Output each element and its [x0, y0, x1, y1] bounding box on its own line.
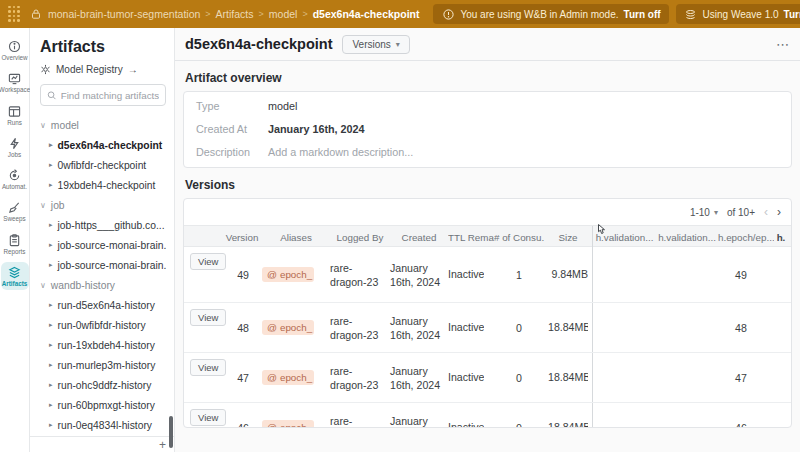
rail-item-workspace[interactable]: Workspace: [1, 68, 29, 96]
tree-item-label: job-source-monai-brain...: [58, 260, 166, 271]
wandb-logo[interactable]: [8, 6, 20, 23]
alias-badge[interactable]: @epoch_: [262, 420, 314, 428]
tree-item-label: 0wfibfdr-checkpoint: [58, 160, 147, 171]
rail-item-runs[interactable]: Runs: [1, 101, 29, 129]
chevron-right-icon: ▸: [49, 301, 53, 309]
chevron-right-icon: ▸: [49, 361, 53, 369]
table-row: View 47 @epoch_ rare-dragon-23 January 1…: [184, 353, 791, 403]
tree-item-artifact[interactable]: ▸19xbdeh4-checkpoint: [40, 175, 166, 195]
column-header-logged-by[interactable]: Logged By: [330, 232, 390, 243]
panel-title: Artifacts: [40, 38, 166, 56]
weave-message: Using Weave 1.0: [703, 9, 779, 20]
admin-mode-message: You are using W&B in Admin mode.: [460, 9, 618, 20]
view-button[interactable]: View: [190, 359, 226, 376]
weave-layers-icon: [684, 7, 698, 21]
rail-item-automations[interactable]: Automat.: [1, 165, 29, 193]
tree-item-label: job-source-monai-brain...: [58, 240, 166, 251]
tree-item-artifact[interactable]: ▸job-https___github.co...: [40, 215, 166, 235]
overflow-menu-button[interactable]: ⋯: [776, 37, 790, 52]
cell-consumers: 0: [494, 372, 544, 384]
cell-logged-by: rare-dragon-23: [330, 414, 390, 429]
column-header-consumers[interactable]: # of Consu...: [494, 232, 544, 243]
artifact-browser-panel: Artifacts Model Registry → ∨ model ▸d5ex…: [30, 28, 175, 452]
breadcrumb-artifact-name[interactable]: d5ex6n4a-checkpoint: [313, 8, 420, 20]
rail-item-overview[interactable]: Overview: [1, 36, 29, 64]
view-button[interactable]: View: [190, 253, 226, 270]
rail-item-jobs[interactable]: Jobs: [1, 133, 29, 161]
tree-item-artifact[interactable]: ▸d5ex6n4a-checkpoint: [40, 135, 166, 155]
admin-turn-off-button[interactable]: Turn off: [624, 9, 661, 20]
cell-validation-1: [592, 353, 656, 402]
rail-item-reports[interactable]: Reports: [1, 230, 29, 258]
chevron-down-icon: ∨: [40, 121, 46, 130]
tree-item-artifact[interactable]: ▸run-ohc9ddfz-history: [40, 375, 166, 395]
description-placeholder[interactable]: Add a markdown description...: [268, 145, 413, 160]
model-registry-link[interactable]: Model Registry →: [40, 64, 166, 75]
column-header-aliases[interactable]: Aliases: [262, 232, 330, 243]
tree-item-label: run-murlep3m-history: [58, 360, 156, 371]
tree-item-label: 19xbdeh4-checkpoint: [58, 180, 156, 191]
column-header-validation-2[interactable]: h.validation...: [656, 232, 718, 243]
tree-group-job[interactable]: ∨ job: [40, 195, 166, 215]
tree-item-label: d5ex6n4a-checkpoint: [58, 140, 163, 151]
page-title: d5ex6n4a-checkpoint: [185, 36, 332, 52]
weave-banner: Using Weave 1.0 Turn off: [676, 4, 800, 24]
cell-ttl: Inactive: [448, 321, 494, 335]
tree-item-artifact[interactable]: ▸job-source-monai-brain...: [40, 235, 166, 255]
tree-scrollbar-thumb[interactable]: [169, 416, 173, 448]
artifacts-layers-icon: [8, 266, 21, 279]
breadcrumb-type[interactable]: model: [269, 8, 298, 20]
column-header-epoch[interactable]: h.epoch/ep...: [718, 232, 774, 243]
workspace-icon: [8, 72, 21, 85]
prev-page-button[interactable]: ‹: [764, 205, 768, 219]
artifact-overview-card: Type model Created At January 16th, 2024…: [183, 91, 792, 168]
alias-badge[interactable]: @epoch_: [262, 267, 314, 282]
alias-badge[interactable]: @epoch_: [262, 320, 314, 335]
rail-label: Reports: [3, 249, 25, 255]
weave-turn-off-button[interactable]: Turn off: [784, 9, 800, 20]
page-size-select[interactable]: 1-10 ▾: [690, 207, 718, 218]
tree-item-artifact[interactable]: ▸run-murlep3m-history: [40, 355, 166, 375]
top-navbar: monai-brain-tumor-segmentation > Artifac…: [0, 0, 800, 28]
next-page-button[interactable]: ›: [777, 205, 781, 219]
rail-item-artifacts[interactable]: Artifacts: [1, 262, 29, 290]
tree-group-wandb-history[interactable]: ∨ wandb-history: [40, 275, 166, 295]
view-button[interactable]: View: [190, 309, 226, 326]
tree-group-label: job: [51, 200, 65, 211]
tree-item-artifact[interactable]: ▸run-0wfibfdr-history: [40, 315, 166, 335]
breadcrumb-artifacts[interactable]: Artifacts: [216, 8, 254, 20]
column-header-size[interactable]: Size: [544, 232, 592, 243]
rail-item-sweeps[interactable]: Sweeps: [1, 197, 29, 225]
artifact-search[interactable]: [40, 84, 166, 106]
tree-item-label: run-d5ex6n4a-history: [58, 300, 155, 311]
chevron-down-icon: ∨: [40, 201, 46, 210]
tree-item-artifact[interactable]: ▸0wfibfdr-checkpoint: [40, 155, 166, 175]
column-header-validation-1[interactable]: h.validation...: [592, 226, 656, 248]
column-header-clipped[interactable]: h.: [774, 232, 788, 243]
rail-label: Overview: [1, 55, 27, 61]
tree-item-label: run-0eq4834l-history: [58, 420, 152, 431]
view-button[interactable]: View: [190, 409, 226, 426]
tree-item-label: job-https___github.co...: [58, 220, 165, 231]
search-input[interactable]: [61, 90, 159, 101]
add-artifact-button[interactable]: +: [159, 439, 166, 451]
tree-item-artifact[interactable]: ▸run-d5ex6n4a-history: [40, 295, 166, 315]
tree-item-artifact[interactable]: ▸run-60bpmxgt-history: [40, 395, 166, 415]
rail-label: Jobs: [8, 152, 21, 158]
alias-badge[interactable]: @epoch_: [262, 370, 314, 385]
column-header-ttl[interactable]: TTL Remain...: [448, 232, 494, 243]
cell-created: January 16th, 2024: [390, 314, 448, 343]
tree-item-label: run-19xbdeh4-history: [58, 340, 155, 351]
at-sign-icon: @: [267, 322, 277, 333]
at-sign-icon: @: [267, 269, 277, 280]
breadcrumb-project[interactable]: monai-brain-tumor-segmentation: [48, 8, 200, 20]
tree-item-artifact[interactable]: ▸run-0eq4834l-history: [40, 415, 166, 435]
tree-item-artifact[interactable]: ▸run-19xbdeh4-history: [40, 335, 166, 355]
tree-item-artifact[interactable]: ▸job-source-monai-brain...: [40, 255, 166, 275]
tree-group-model[interactable]: ∨ model: [40, 115, 166, 135]
column-header-created[interactable]: Created: [390, 232, 448, 243]
versions-dropdown-button[interactable]: Versions ▾: [342, 35, 409, 54]
tree-footer: +: [30, 436, 174, 452]
type-value: model: [268, 99, 297, 114]
column-header-version[interactable]: Version: [222, 232, 262, 243]
